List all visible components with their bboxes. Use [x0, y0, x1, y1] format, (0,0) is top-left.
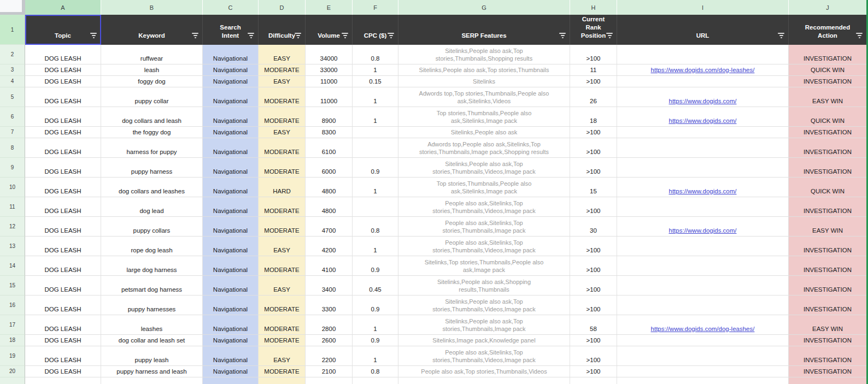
cell-rank[interactable]: >100: [570, 276, 617, 296]
row-number[interactable]: 9: [0, 158, 25, 178]
cell-cpc[interactable]: 0.45: [353, 276, 398, 296]
column-header-g[interactable]: G: [398, 0, 570, 15]
cell-cpc[interactable]: [353, 197, 398, 217]
cell-cpc[interactable]: 0.9: [353, 256, 398, 276]
cell-difficulty[interactable]: EASY: [259, 237, 306, 256]
header-cell-search-intent[interactable]: Search Intent: [203, 15, 259, 45]
cell-volume[interactable]: 4700: [306, 217, 353, 237]
cell-keyword[interactable]: puppy harness and leash: [101, 366, 203, 377]
cell-recommended-action[interactable]: INVESTIGATION: [789, 138, 867, 158]
cell-topic[interactable]: DOG LEASH: [25, 107, 101, 127]
row-number[interactable]: 16: [0, 296, 25, 315]
cell-search-intent[interactable]: Navigational: [203, 276, 259, 296]
cell-cpc[interactable]: 1: [353, 64, 398, 76]
row-number[interactable]: 4: [0, 76, 25, 87]
cell-keyword[interactable]: puppy harness: [101, 158, 203, 178]
cell-recommended-action[interactable]: EASY WIN: [789, 87, 867, 107]
cell-serp-features[interactable]: Sitelinks: [398, 76, 570, 87]
cell-keyword[interactable]: dog collars and leashes: [101, 178, 203, 197]
cell-volume[interactable]: 4800: [306, 178, 353, 197]
cell-topic[interactable]: DOG LEASH: [25, 346, 101, 366]
cell-recommended-action[interactable]: QUICK WIN: [789, 64, 867, 76]
cell-volume[interactable]: 2200: [306, 346, 353, 366]
cell-topic[interactable]: DOG LEASH: [25, 237, 101, 256]
column-header-e[interactable]: E: [306, 0, 353, 15]
cell-rank[interactable]: 26: [570, 87, 617, 107]
cell-cpc[interactable]: 0.8: [353, 366, 398, 377]
row-number[interactable]: 10: [0, 178, 25, 197]
filter-icon[interactable]: [90, 33, 97, 38]
cell-difficulty[interactable]: MODERATE: [259, 64, 306, 76]
cell-rank[interactable]: >100: [570, 197, 617, 217]
cell-topic[interactable]: DOG LEASH: [25, 76, 101, 87]
url-link[interactable]: https://www.dogids.com/: [669, 97, 737, 105]
cell-url[interactable]: [617, 127, 789, 138]
cell-keyword[interactable]: leash: [101, 64, 203, 76]
cell-recommended-action[interactable]: INVESTIGATION: [789, 197, 867, 217]
cell-url[interactable]: [617, 377, 789, 384]
cell-topic[interactable]: DOG LEASH: [25, 197, 101, 217]
cell-recommended-action[interactable]: INVESTIGATION: [789, 276, 867, 296]
cell-topic[interactable]: DOG LEASH: [25, 366, 101, 377]
cell-recommended-action[interactable]: INVESTIGATION: [789, 158, 867, 178]
header-cell-recommended-action[interactable]: Recommended Action: [789, 15, 867, 45]
cell-keyword[interactable]: puppy harnesses: [101, 296, 203, 315]
cell-url[interactable]: https://www.dogids.com/: [617, 87, 789, 107]
cell-difficulty[interactable]: MODERATE: [259, 107, 306, 127]
select-all-corner[interactable]: [0, 0, 25, 15]
cell-search-intent[interactable]: [203, 377, 259, 384]
cell-url[interactable]: [617, 256, 789, 276]
cell-volume[interactable]: 4200: [306, 237, 353, 256]
cell-serp-features[interactable]: Adwords top,Top stories,Thumbnails,Peopl…: [398, 87, 570, 107]
cell-search-intent[interactable]: Navigational: [203, 64, 259, 76]
cell-serp-features[interactable]: Sitelinks,People also ask,Top stories,Th…: [398, 296, 570, 315]
row-number[interactable]: 6: [0, 107, 25, 127]
cell-recommended-action[interactable]: [789, 377, 867, 384]
cell-volume[interactable]: 6100: [306, 138, 353, 158]
column-header-c[interactable]: C: [203, 0, 259, 15]
url-link[interactable]: https://www.dogids.com/dog-leashes/: [651, 325, 755, 333]
row-number[interactable]: 7: [0, 127, 25, 138]
header-cell-topic[interactable]: Topic: [25, 15, 101, 45]
cell-volume[interactable]: 2600: [306, 335, 353, 346]
cell-serp-features[interactable]: Top stories,Thumbnails,People also ask,S…: [398, 107, 570, 127]
row-number[interactable]: 15: [0, 276, 25, 296]
cell-keyword[interactable]: harness for puppy: [101, 138, 203, 158]
cell-difficulty[interactable]: MODERATE: [259, 158, 306, 178]
cell-serp-features[interactable]: People also ask,Sitelinks,Top stories,Th…: [398, 197, 570, 217]
cell-topic[interactable]: DOG LEASH: [25, 296, 101, 315]
cell-recommended-action[interactable]: INVESTIGATION: [789, 237, 867, 256]
cell-url[interactable]: [617, 197, 789, 217]
row-number[interactable]: 5: [0, 87, 25, 107]
column-header-a[interactable]: A: [25, 0, 101, 15]
cell-serp-features[interactable]: Sitelinks,People also ask,Top stories,Th…: [398, 64, 570, 76]
row-number[interactable]: 8: [0, 138, 25, 158]
url-link[interactable]: https://www.dogids.com/: [669, 187, 737, 195]
cell-cpc[interactable]: [353, 127, 398, 138]
cell-difficulty[interactable]: MODERATE: [259, 296, 306, 315]
cell-search-intent[interactable]: Navigational: [203, 197, 259, 217]
cell-topic[interactable]: DOG LEASH: [25, 45, 101, 64]
cell-recommended-action[interactable]: EASY WIN: [789, 315, 867, 335]
cell-url[interactable]: https://www.dogids.com/: [617, 107, 789, 127]
cell-difficulty[interactable]: MODERATE: [259, 335, 306, 346]
cell-keyword[interactable]: rope dog leash: [101, 237, 203, 256]
cell-topic[interactable]: DOG LEASH: [25, 256, 101, 276]
cell-volume[interactable]: 6000: [306, 158, 353, 178]
cell-search-intent[interactable]: Navigational: [203, 335, 259, 346]
row-number[interactable]: 1: [0, 15, 25, 45]
cell-url[interactable]: [617, 346, 789, 366]
cell-serp-features[interactable]: People also ask,Top stories,Thumbnails,V…: [398, 366, 570, 377]
cell-url[interactable]: [617, 296, 789, 315]
cell-volume[interactable]: 34000: [306, 45, 353, 64]
cell-recommended-action[interactable]: INVESTIGATION: [789, 127, 867, 138]
cell-keyword[interactable]: puppy collar: [101, 87, 203, 107]
cell-cpc[interactable]: 0.9: [353, 158, 398, 178]
cell-difficulty[interactable]: EASY: [259, 276, 306, 296]
cell-recommended-action[interactable]: QUICK WIN: [789, 178, 867, 197]
cell-topic[interactable]: DOG LEASH: [25, 158, 101, 178]
cell-difficulty[interactable]: MODERATE: [259, 138, 306, 158]
filter-icon[interactable]: [559, 33, 566, 38]
cell-serp-features[interactable]: Sitelinks,Image pack,Knowledge panel: [398, 335, 570, 346]
url-link[interactable]: https://www.dogids.com/: [669, 117, 737, 125]
